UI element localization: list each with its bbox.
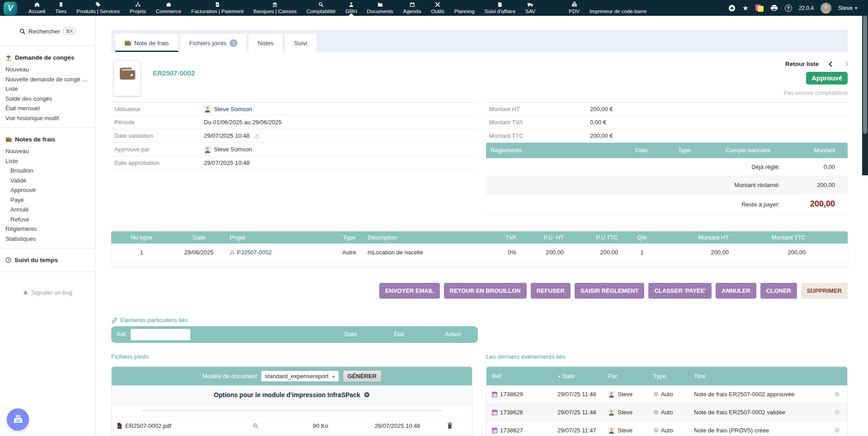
menu-item-comptabilite[interactable]: Comptabilité <box>302 0 340 16</box>
help-icon[interactable]: ? <box>785 5 792 12</box>
sidebar-item-nf-approuve[interactable]: Approuvé <box>5 185 90 195</box>
app-logo[interactable]: V <box>4 2 17 15</box>
scrollbar-thumb[interactable] <box>863 15 867 134</box>
event-status-dot <box>835 410 840 415</box>
event-user[interactable]: Steve <box>608 391 653 398</box>
menu-item-banques[interactable]: Banques | Caisses <box>248 0 302 16</box>
add-circle-icon[interactable] <box>728 5 736 12</box>
tag-icon <box>95 2 101 7</box>
user-menu[interactable]: Steve ▾ <box>838 5 857 11</box>
user-link[interactable]: Steve Somson <box>214 146 252 153</box>
amounts-panel: Montant HT 200,00 € Montant TVA 0,00 € M… <box>486 102 848 215</box>
tab-fichiers-joints[interactable]: Fichiers joints 1 <box>180 34 247 52</box>
send-email-button[interactable]: ENVOYER EMAIL <box>379 283 440 299</box>
event-ref-link[interactable]: 1738629 <box>492 391 557 398</box>
menu-item-projets[interactable]: Projets <box>125 0 151 16</box>
menu-item-commerce[interactable]: Commerce <box>151 0 186 16</box>
sidebar-item-conges-collective[interactable]: Nouvelle demande de congé coll… <box>5 75 90 84</box>
sidebar-item-nf-paye[interactable]: Payé <box>5 195 90 205</box>
file-size: 90 Ko <box>293 422 348 429</box>
amount-row-ht: Montant HT 200,00 € <box>486 102 848 116</box>
truck-icon <box>527 2 533 7</box>
expense-report-ref[interactable]: ER2507-0002 <box>153 69 195 77</box>
sidebar-item-conges-liste[interactable]: Liste <box>5 84 90 94</box>
pos-floating-button[interactable] <box>7 408 29 431</box>
menu-item-sav[interactable]: SAV <box>520 0 540 16</box>
tab-suivi[interactable]: Suivi <box>285 34 316 52</box>
sort-asc-icon: ▲ <box>557 374 561 378</box>
menu-item-facturation[interactable]: Facturation | Paiement <box>186 0 249 16</box>
event-ref-link[interactable]: 1738627 <box>492 427 557 434</box>
sidebar-title-notes-frais[interactable]: Notes de frais <box>5 136 90 143</box>
cash-register-icon <box>571 1 577 7</box>
menu-item-accueil[interactable]: Accueil <box>24 0 50 16</box>
report-bug-link[interactable]: Signaler un bug <box>0 289 95 296</box>
generate-button[interactable]: GÉNÉRER <box>343 370 382 382</box>
sidebar-item-reglements[interactable]: Règlements <box>5 224 90 234</box>
preview-icon[interactable] <box>253 423 293 429</box>
menu-item-documents[interactable]: Documents <box>362 0 398 16</box>
remaining-amount: 200,00 <box>810 199 835 209</box>
menu-item-suivi-affaire[interactable]: Suivi d'affaire <box>480 0 520 16</box>
search-shortcut-badge: ⌘K <box>63 28 76 35</box>
bookmark-star-icon[interactable]: ★ <box>742 5 748 11</box>
menu-item-produits-services[interactable]: Produits | Services <box>71 0 125 16</box>
trash-icon[interactable] <box>447 422 467 429</box>
user-link[interactable]: Steve Somson <box>214 106 252 113</box>
enter-payment-button[interactable]: SAISIR RÈGLEMENT <box>575 283 645 299</box>
cancel-button[interactable]: ANNULER <box>716 283 756 299</box>
file-link[interactable]: ER2507-0002.pdf <box>117 422 253 429</box>
sidebar-item-nf-nouveau[interactable]: Nouveau <box>5 146 90 156</box>
sidebar-item-nf-valide[interactable]: Validé <box>5 176 90 186</box>
sidebar-item-nf-annule[interactable]: Annulé <box>5 205 90 215</box>
menu-item-outils[interactable]: Outils <box>426 0 449 16</box>
sidebar-item-nf-liste[interactable]: Liste <box>5 156 90 166</box>
detail-fields: Utilisateur Steve Somson Période Du 01/0… <box>111 102 477 170</box>
attachment-count-badge: 1 <box>230 39 237 47</box>
event-user[interactable]: Steve <box>608 427 653 434</box>
refuse-button[interactable]: REFUSER <box>531 283 571 299</box>
event-ref-link[interactable]: 1738628 <box>492 409 557 416</box>
field-row-date-validation: Date validation 29/07/2025 10:48 ⚠ <box>111 129 477 143</box>
back-to-draft-button[interactable]: RETOUR EN BROUILLON <box>444 283 527 299</box>
files-panel: Modèle de document standard_expenserepor… <box>111 366 472 435</box>
sidebar-title-conges[interactable]: Demande de congés <box>5 54 90 61</box>
event-title: Note de frais (PROV5) créée <box>694 427 835 434</box>
clone-button[interactable]: CLONER <box>760 283 797 299</box>
printer-icon[interactable] <box>770 5 778 11</box>
menu-item-planning[interactable]: Planning <box>449 0 480 16</box>
wallet-icon-large <box>118 66 136 81</box>
sidebar-item-conges-nouveau[interactable]: Nouveau <box>5 65 90 75</box>
linked-ref-input[interactable] <box>131 329 190 340</box>
sidebar-item-etat-mensuel[interactable]: État mensuel <box>5 103 90 113</box>
menu-item-grh[interactable]: GRH <box>340 0 362 16</box>
bug-icon <box>23 290 28 295</box>
menu-item-tiers[interactable]: Tiers <box>50 0 71 16</box>
project-link[interactable]: PJ2507-0052 <box>230 249 272 256</box>
classify-paid-button[interactable]: CLASSER 'PAYÉE' <box>648 283 712 299</box>
sidebar-item-nf-brouillon[interactable]: Brouillon <box>5 166 90 176</box>
delete-button[interactable]: SUPPRIMER <box>801 283 848 299</box>
user-avatar[interactable] <box>821 3 831 14</box>
event-user[interactable]: Steve <box>608 409 653 416</box>
field-row-approuve-par: Approuvé par Steve Somson <box>111 143 477 156</box>
back-to-list-link[interactable]: Retour liste <box>785 61 819 67</box>
menu-item-agenda[interactable]: Agenda <box>398 0 426 16</box>
tab-note-de-frais[interactable]: Note de frais <box>115 34 178 52</box>
sidebar-item-solde-conges[interactable]: Solde des congés <box>5 94 90 104</box>
menu-item-imprimeur[interactable]: Imprimeur de code-barre <box>585 0 652 16</box>
sidebar-item-statistiques[interactable]: Statistiques <box>5 234 90 244</box>
tab-notes[interactable]: Notes <box>249 34 283 52</box>
gear-icon[interactable]: ⚙ <box>364 391 370 399</box>
sticky-notes-icon[interactable] <box>755 5 764 12</box>
page-scrollbar[interactable] <box>862 0 868 175</box>
document-model-select[interactable]: standard_expensereport <box>261 370 339 382</box>
chevron-left-icon[interactable] <box>829 61 834 66</box>
sidebar-search[interactable]: Rechercher ⌘K <box>0 16 95 43</box>
sidebar-item-nf-refuse[interactable]: Refusé <box>5 215 90 225</box>
menu-item-pdv[interactable]: PDV <box>564 0 585 16</box>
sidebar-item-historique[interactable]: Voir historique modif. <box>5 113 90 123</box>
files-divider-row <box>112 405 472 417</box>
clock-icon <box>5 257 11 263</box>
sidebar-title-suivi-temps[interactable]: Suivi du temps <box>5 257 90 263</box>
